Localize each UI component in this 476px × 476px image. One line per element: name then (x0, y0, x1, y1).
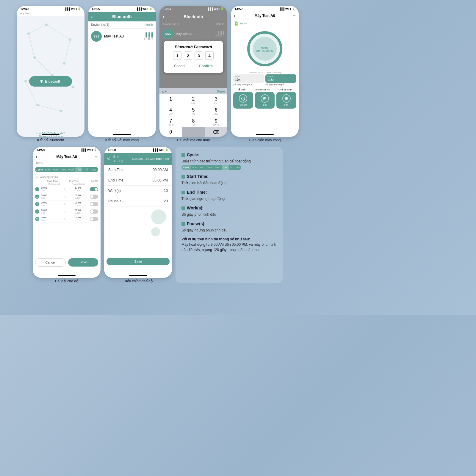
s6-signal-icon: ▐▐▐ (152, 148, 158, 151)
s2-device-name: Máy Test.A0 (104, 34, 140, 38)
s6-sat[interactable]: Sat (165, 157, 169, 160)
s3-pw-3[interactable]: 3 (195, 51, 203, 60)
s3-icons: ▐▐▐ WiFi 🔋 (207, 7, 224, 10)
s3-signal-area: ▐▐▐ -57 dBm (215, 31, 224, 37)
s6-header: < time setting Sun Mon Tues Wed Thu Fri … (104, 153, 172, 165)
s6-wed[interactable]: Wed (150, 157, 155, 160)
s3-back-btn[interactable]: ‹ (162, 14, 164, 20)
s5-thu[interactable]: Thu (75, 167, 82, 172)
s6-pause-row[interactable]: Pause(s) 120 (104, 196, 172, 206)
s6-save-btn[interactable]: Save (107, 258, 170, 265)
s4-onoff-label: Tắt/Mở (238, 88, 245, 91)
works-title-text: Work(s): (187, 205, 204, 211)
s5-row3-edit[interactable]: ✎ (63, 203, 66, 206)
gauge-label: 09:00 AM~05:00 PM (255, 46, 275, 52)
s2-back-btn[interactable]: ‹ (91, 14, 93, 20)
feature-start-title: Start Time: (181, 173, 277, 180)
s6-work-row[interactable]: Work(s) 10 (104, 186, 172, 196)
s6-thu[interactable]: Thu (156, 157, 161, 160)
s3-pw-1[interactable]: 1 (173, 51, 181, 60)
example-text: Máy hoạt động từ 9:00 AM đến 05:00 PM, v… (181, 242, 276, 252)
works-square-icon (181, 206, 185, 210)
s5-row-5: 05 00:0010s ✎ 00:00120s (33, 215, 101, 223)
s2-status: 13:55 ▐▐▐ WiFi 🔋 (88, 6, 156, 12)
numpad-delete[interactable]: ⌫ (205, 127, 227, 137)
s5-row2-edit[interactable]: ✎ (63, 195, 66, 198)
s6-end-val: 05:00 PM (153, 178, 168, 182)
numpad-0[interactable]: 0 (159, 127, 182, 137)
s5-row1-toggle[interactable] (90, 187, 98, 191)
s2-device-item[interactable]: SSS Máy Test.A0 ▐▐▐ -67 dBm (88, 29, 156, 44)
s6-status: 13:58 ▐▐▐ WiFi 🔋 (104, 147, 172, 153)
s4-fan-btn[interactable]: ❋ Fan (276, 92, 296, 109)
s3-confirm-btn[interactable]: Confirm (195, 63, 216, 69)
s6-end-time-row[interactable]: End Time 05:00 PM (104, 175, 172, 186)
s5-row4-edit[interactable]: ✎ (63, 210, 66, 213)
s6-sun[interactable]: Sun (132, 157, 137, 160)
s2-refresh[interactable]: refresh (144, 23, 153, 26)
s3-sig-icon: ▐▐▐ (215, 31, 224, 35)
s4-set-btn[interactable]: ⊞ Set (255, 92, 275, 109)
s5-row4-toggle[interactable] (90, 209, 98, 214)
numpad-9[interactable]: 9WXYZ (205, 116, 227, 127)
screen6-phone: 13:58 ▐▐▐ WiFi 🔋 < time setting Sun Mon … (104, 147, 172, 278)
s5-row1-end: 17:00120s (68, 187, 88, 192)
s4-edit-icon[interactable]: ✏ (293, 14, 296, 18)
s3-pw-2[interactable]: 2 (184, 51, 192, 60)
s5-wed[interactable]: Wed (67, 167, 75, 172)
s3-numpad: ∧ ∨ Done 1 2ABC 3DEF 4GHI 5JKL 6MNO 7PQR… (159, 88, 227, 137)
works-desc: Số giây phun tinh dầu (181, 212, 277, 217)
s5-row1-edit[interactable]: ✎ (63, 188, 66, 191)
s5-cancel-btn[interactable]: Cancel (35, 258, 66, 267)
s5-row2-start: 00:0010s (41, 194, 62, 199)
screen4-wrap: 13:57 ▐▐▐ WiFi 🔋 ‹ Máy Test.A0 ✏ 🔋 100% (231, 6, 299, 142)
s5-row5-toggle[interactable] (90, 217, 98, 221)
numpad-3[interactable]: 3DEF (205, 94, 227, 105)
s5-row2-toggle[interactable] (90, 195, 98, 199)
s5-cycle-label[interactable]: Cycle (35, 167, 43, 172)
s5-fri[interactable]: Fri (82, 167, 90, 172)
s5-tues[interactable]: Tues (59, 167, 67, 172)
s4-title: Máy Test.A0 (254, 14, 275, 18)
footer-line1: Use 2G/4G/WiFi mode? (36, 132, 65, 135)
s6-back-btn[interactable]: < (107, 156, 110, 162)
s4-work-box: Work 10s (233, 74, 264, 83)
s5-sat[interactable]: Sat (90, 167, 98, 172)
s5-save-btn[interactable]: Save (68, 258, 98, 267)
feature-works-title: Work(s): (181, 205, 277, 211)
numpad-2[interactable]: 2ABC (182, 94, 204, 105)
screen5-phone: 13:58 ▐▐▐ WiFi 🔋 ‹ Máy Test.A0 ✏ 100% Cy… (33, 147, 101, 278)
s5-edit-icon[interactable]: ✏ (95, 155, 98, 159)
s3-pw-4[interactable]: 4 (205, 51, 214, 60)
s6-tues[interactable]: Tues (143, 157, 149, 160)
bluetooth-button[interactable]: ✱ Bluetooth (29, 76, 72, 87)
mini-wed: Wed (214, 165, 222, 170)
s3-done-btn[interactable]: Done (217, 90, 225, 93)
mini-cycle: Cycle (181, 165, 191, 170)
numpad-7[interactable]: 7PQRS (159, 116, 182, 127)
s5-row5-edit[interactable]: ✎ (63, 217, 66, 221)
s6-fri[interactable]: Fri (161, 157, 165, 160)
s5-back[interactable]: ‹ (36, 154, 37, 159)
footer-link[interactable]: Please click to log in (38, 135, 63, 137)
s3-refresh: refresh (216, 23, 224, 26)
bottom-row: 13:58 ▐▐▐ WiFi 🔋 ‹ Máy Test.A0 ✏ 100% Cy… (33, 147, 283, 283)
s5-sun[interactable]: Sun (43, 167, 51, 172)
s4-back[interactable]: ‹ (234, 13, 235, 18)
s4-onoff-btn[interactable]: ⏻ On/Off (233, 92, 253, 109)
numpad-6[interactable]: 6MNO (205, 105, 227, 116)
s5-mon[interactable]: Mon (51, 167, 59, 172)
s5-row3-start: 00:0010s (41, 201, 62, 207)
numpad-8[interactable]: 8TUV (182, 116, 204, 127)
s3-cancel-btn[interactable]: Cancel (170, 63, 189, 69)
numpad-4[interactable]: 4GHI (159, 105, 182, 116)
s6-mon[interactable]: Mon (137, 157, 143, 160)
s6-start-time-row[interactable]: Start Time 09:00 AM (104, 165, 172, 175)
numpad-5[interactable]: 5JKL (182, 105, 204, 116)
bluetooth-label: Bluetooth (45, 79, 61, 84)
s5-row3-toggle[interactable] (90, 202, 98, 206)
s4-datetime: 14/07/2022 01:57 PM Thursday (231, 71, 299, 74)
numpad-1[interactable]: 1 (159, 94, 182, 105)
s4-work-label: Work (235, 76, 262, 78)
s6-header-title: time setting (113, 155, 129, 163)
